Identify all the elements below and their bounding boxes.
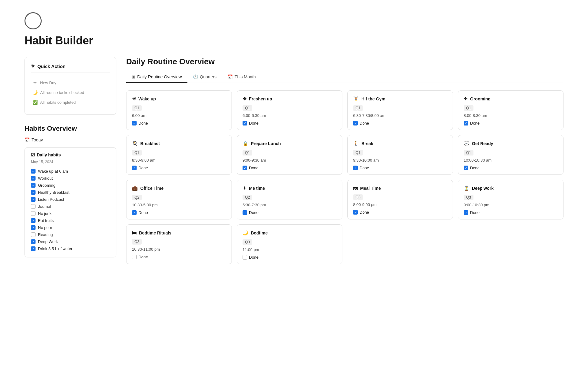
tab-daily-routine[interactable]: ⊞ Daily Routine Overview [126, 71, 187, 83]
card-header: 💼 Office Time [132, 185, 226, 191]
new-day-label: New Day [40, 81, 56, 85]
all-habits-action[interactable]: ✅ All habits completed [31, 97, 110, 107]
sparkle-icon: ❖ [243, 96, 247, 102]
right-panel: Daily Routine Overview ⊞ Daily Routine O… [126, 57, 564, 264]
app-icon [24, 12, 42, 29]
card-quarter: Q3 [132, 239, 142, 245]
done-checkbox[interactable]: Done [243, 210, 337, 215]
done-checked-icon[interactable] [243, 166, 247, 170]
habit-item[interactable]: No porn [31, 224, 110, 231]
done-label: Done [249, 255, 258, 260]
routine-card-bedtime-rituals: 🛏 Bedtime Rituals Q3 10:30-11:00 pm Done [126, 224, 232, 264]
habit-item[interactable]: Eat fruits [31, 217, 110, 224]
habit-label: No junk [38, 211, 51, 216]
bed-icon: 🛏 [132, 230, 137, 235]
done-checked-icon[interactable] [353, 210, 358, 215]
habit-label: Grooming [38, 183, 55, 188]
card-header: 🚶 Break [353, 141, 447, 146]
done-checked-icon[interactable] [464, 210, 468, 215]
habit-item[interactable]: Wake up at 6 am [31, 168, 110, 175]
done-checked-icon[interactable] [132, 210, 137, 215]
tab-quarters[interactable]: 🕐 Quarters [187, 71, 222, 83]
checkbox-checked-icon[interactable] [31, 239, 36, 244]
habit-item[interactable]: Healthy Breakfast [31, 189, 110, 196]
card-time: 9:30-10:00 am [353, 158, 447, 163]
card-time: 11:00 pm [243, 247, 337, 252]
checkbox-checked-icon[interactable] [31, 246, 36, 251]
done-checkbox[interactable]: Done [132, 166, 226, 170]
habit-item[interactable]: Grooming [31, 182, 110, 189]
done-label: Done [138, 210, 148, 215]
card-title: Bedtime Rituals [139, 230, 172, 235]
moon-icon: 🌙 [32, 90, 38, 95]
card-quarter: Q1 [353, 105, 363, 111]
tab-this-month-label: This Month [235, 74, 256, 79]
calendar-icon: 📅 [24, 137, 30, 142]
habit-item[interactable]: Workout [31, 175, 110, 182]
done-checked-icon[interactable] [464, 166, 468, 170]
done-checked-icon[interactable] [243, 121, 247, 125]
done-checked-icon[interactable] [353, 121, 358, 125]
done-checkbox[interactable]: Done [132, 210, 226, 215]
sparkle2-icon: ✦ [243, 185, 247, 191]
new-day-action[interactable]: ☀ New Day [31, 78, 110, 88]
done-checkbox[interactable]: Done [243, 121, 337, 125]
card-time: 10:30-5:30 pm [132, 203, 226, 207]
briefcase-icon: 💼 [132, 185, 138, 191]
done-checkbox[interactable]: Done [243, 166, 337, 170]
card-quarter: Q1 [464, 150, 473, 155]
card-title: Breakfast [140, 141, 160, 146]
habit-item[interactable]: Reading [31, 231, 110, 238]
routine-card-get-ready: 💬 Get Ready Q1 10:00-10:30 am Done [458, 135, 564, 175]
checkbox-checked-icon[interactable] [31, 176, 36, 181]
done-checkbox[interactable]: Done [353, 210, 447, 215]
routine-card-freshen-up: ❖ Freshen up Q1 6:00-6:30 am Done [237, 90, 342, 130]
checkbox-unchecked-icon[interactable] [31, 232, 36, 237]
done-checkbox[interactable]: Done [464, 121, 558, 125]
done-checkbox[interactable]: Done [353, 166, 447, 170]
done-checked-icon[interactable] [464, 121, 468, 125]
checkbox-checked-icon[interactable] [31, 190, 36, 195]
sun-icon: ☀ [32, 80, 38, 85]
habit-item[interactable]: Deep Work [31, 238, 110, 245]
all-routine-action[interactable]: 🌙 All routine tasks checked [31, 88, 110, 97]
grid-icon: ⊞ [132, 74, 135, 79]
done-checked-icon[interactable] [132, 121, 137, 125]
done-checkbox[interactable]: Done [464, 210, 558, 215]
done-checkbox[interactable]: Done [132, 255, 226, 259]
checkbox-unchecked-icon[interactable] [31, 211, 36, 216]
card-title: Freshen up [249, 96, 272, 101]
daily-habits-label: Daily habits [37, 152, 61, 157]
plane-icon: ✈ [464, 96, 468, 102]
habit-item[interactable]: Drink 3.5 L of water [31, 245, 110, 252]
checkbox-checked-icon[interactable] [31, 197, 36, 202]
checkbox-checked-icon[interactable] [31, 183, 36, 188]
card-header: ⏳ Deep work [464, 185, 558, 191]
habit-item[interactable]: Listen Podcast [31, 196, 110, 203]
done-unchecked-icon[interactable] [243, 255, 247, 260]
tab-this-month[interactable]: 📅 This Month [222, 71, 261, 83]
hourglass-icon: ⏳ [464, 185, 469, 191]
checkbox-checked-icon[interactable] [31, 169, 36, 174]
tab-quarters-label: Quarters [200, 74, 217, 79]
habit-label: Listen Podcast [38, 197, 64, 202]
done-checked-icon[interactable] [132, 166, 137, 170]
done-checked-icon[interactable] [243, 210, 247, 215]
checkbox-checked-icon[interactable] [31, 218, 36, 223]
done-checked-icon[interactable] [353, 166, 358, 170]
done-checkbox[interactable]: Done [464, 166, 558, 170]
checkbox-unchecked-icon[interactable] [31, 204, 36, 209]
card-time: 9:00-9:30 am [243, 158, 337, 163]
habit-item[interactable]: Journal [31, 203, 110, 210]
habit-item[interactable]: No junk [31, 210, 110, 217]
lock-icon: 🔒 [243, 141, 248, 146]
done-checkbox[interactable]: Done [353, 121, 447, 125]
done-checkbox[interactable]: Done [243, 255, 337, 260]
checkbox-checked-icon[interactable] [31, 225, 36, 230]
all-routine-label: All routine tasks checked [40, 90, 84, 95]
routine-card-bedtime: 🌙 Bedtime Q3 11:00 pm Done [237, 224, 342, 264]
done-unchecked-icon[interactable] [132, 255, 137, 259]
routine-card-gym: 🏋 Hit the Gym Q1 6:30-7:30/8:00 am Done [347, 90, 453, 130]
done-checkbox[interactable]: Done [132, 121, 226, 125]
habits-list-card: ☑ Daily habits May 15, 2024 Wake up at 6… [24, 147, 116, 257]
